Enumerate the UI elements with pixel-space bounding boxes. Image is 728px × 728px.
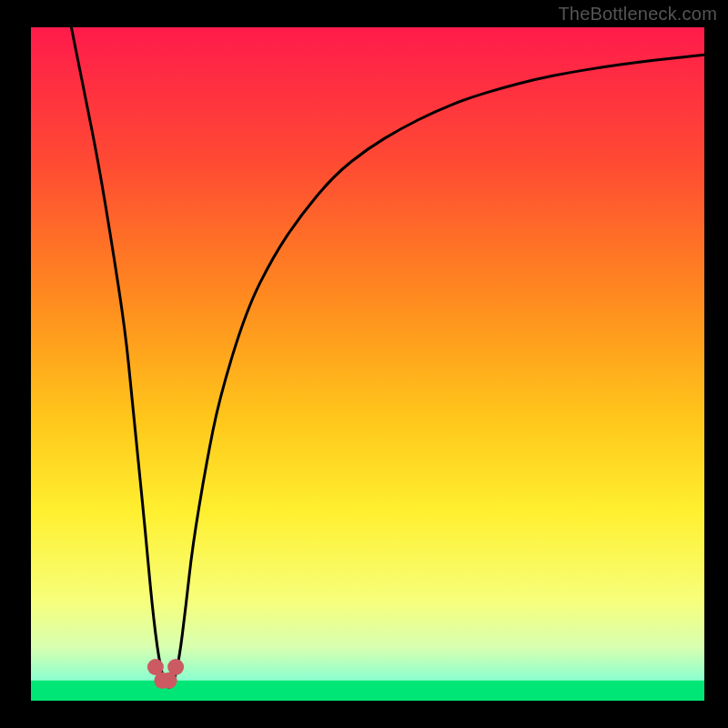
min-marker-3 (167, 659, 184, 675)
chart-svg (0, 0, 728, 728)
bottom-band (31, 681, 704, 701)
chart-frame: TheBottleneck.com (0, 0, 728, 728)
plot-background (31, 27, 704, 701)
